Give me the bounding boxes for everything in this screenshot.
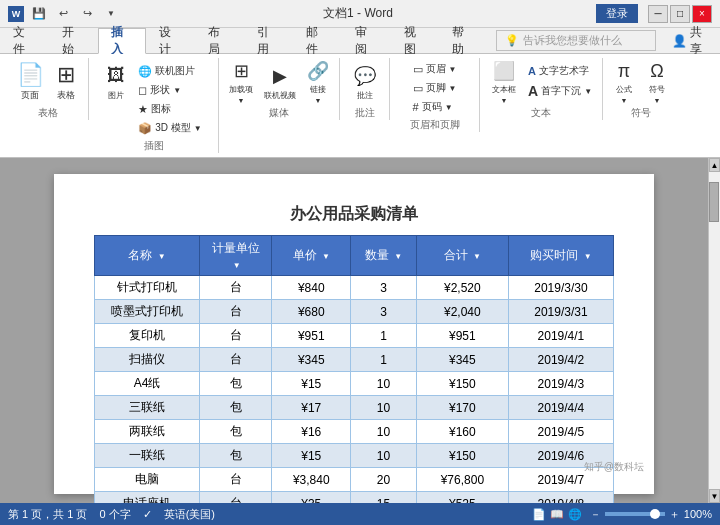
sort-arrow-unit: ▼ (233, 261, 241, 270)
share-label: 共享 (690, 24, 712, 58)
read-mode-icon[interactable]: 📖 (550, 508, 564, 521)
minimize-button[interactable]: ─ (648, 5, 668, 23)
web-layout-icon[interactable]: 🌐 (568, 508, 582, 521)
tab-home[interactable]: 开始 (49, 28, 98, 54)
online-video-button[interactable]: ▶ 联机视频 (260, 60, 300, 104)
undo-quick-icon[interactable]: ↩ (54, 5, 72, 23)
comment-button[interactable]: 💬 批注 (347, 60, 383, 104)
redo-quick-icon[interactable]: ↪ (78, 5, 96, 23)
table-cell: 复印机 (95, 324, 200, 348)
table-cell: ¥160 (416, 420, 508, 444)
page-icon: 📄 (18, 63, 42, 87)
shape-icon: ◻ (138, 84, 147, 97)
table-cell: 10 (351, 420, 417, 444)
equation-button[interactable]: π 公式 ▼ (609, 60, 639, 104)
scroll-up-button[interactable]: ▲ (709, 158, 720, 172)
tab-file[interactable]: 文件 (0, 28, 49, 54)
3d-model-button[interactable]: 📦 3D 模型 ▼ (134, 119, 205, 137)
sort-arrow-qty: ▼ (394, 252, 402, 261)
picture-button[interactable]: 🖼 图片 (101, 60, 131, 104)
addin-button[interactable]: ⊞ 加载项 ▼ (225, 60, 257, 104)
word-app-icon: W (8, 6, 24, 22)
icon-button[interactable]: ★ 图标 (134, 100, 205, 118)
table-cell: 2019/4/3 (508, 372, 613, 396)
text-group-label: 文本 (531, 104, 551, 120)
table-cell: 台 (200, 276, 272, 300)
table-cell: 台 (200, 324, 272, 348)
table-cell: 包 (200, 420, 272, 444)
zoom-out-button[interactable]: － (590, 507, 601, 522)
tab-help[interactable]: 帮助 (439, 28, 488, 54)
wordart-icon: A (528, 65, 536, 77)
footer-button[interactable]: ▭ 页脚 ▼ (409, 79, 461, 97)
tab-layout[interactable]: 布局 (195, 28, 244, 54)
table-cell: ¥345 (416, 348, 508, 372)
pages-button[interactable]: 📄 页面 (14, 60, 46, 104)
table-cell: 2019/4/4 (508, 396, 613, 420)
table-cell: 电话座机 (95, 492, 200, 504)
media-group-label: 媒体 (269, 104, 289, 120)
watermark: 知乎@数科坛 (584, 460, 644, 474)
table-cell: ¥3,840 (272, 468, 351, 492)
tab-references[interactable]: 引用 (244, 28, 293, 54)
window-title: 文档1 - Word (323, 5, 393, 22)
online-picture-icon: 🌐 (138, 65, 152, 78)
symbol-icon: Ω (645, 61, 669, 82)
table-row: 复印机台¥9511¥9512019/4/1 (95, 324, 614, 348)
share-button[interactable]: 👤 共享 (664, 28, 720, 53)
zoom-slider[interactable] (605, 512, 665, 516)
ribbon-group-comments: 💬 批注 批注 (340, 58, 390, 120)
customize-quick-icon[interactable]: ▼ (102, 5, 120, 23)
tell-me-area: 💡 告诉我您想要做什么 (488, 28, 664, 53)
tab-design[interactable]: 设计 (146, 28, 195, 54)
table-cell: 一联纸 (95, 444, 200, 468)
shape-button[interactable]: ◻ 形状 ▼ (134, 81, 205, 99)
dropcap-button[interactable]: A 首字下沉 ▼ (524, 81, 596, 101)
online-picture-button[interactable]: 🌐 联机图片 (134, 62, 205, 80)
table-cell: 1 (351, 348, 417, 372)
print-layout-icon[interactable]: 📄 (532, 508, 546, 521)
link-button[interactable]: 🔗 链接 ▼ (303, 60, 333, 104)
scroll-thumb[interactable] (709, 182, 719, 222)
maximize-button[interactable]: □ (670, 5, 690, 23)
table-cell: 20 (351, 468, 417, 492)
table-cell: 2019/4/1 (508, 324, 613, 348)
tab-insert[interactable]: 插入 (98, 28, 147, 54)
picture-icon: 🖼 (104, 64, 128, 88)
ribbon-group-header-footer: ▭ 页眉 ▼ ▭ 页脚 ▼ # 页码 ▼ 页眉和页脚 (390, 58, 480, 132)
table-cell: 10 (351, 444, 417, 468)
table-cell: ¥951 (416, 324, 508, 348)
view-controls: 📄 📖 🌐 (532, 508, 582, 521)
table-cell: 2019/3/31 (508, 300, 613, 324)
table-label: 表格 (57, 89, 75, 102)
header-name: 名称 ▼ (95, 236, 200, 276)
scroll-down-button[interactable]: ▼ (709, 489, 720, 503)
table-button[interactable]: ⊞ 表格 (50, 60, 82, 104)
tab-review[interactable]: 审阅 (342, 28, 391, 54)
header-button[interactable]: ▭ 页眉 ▼ (409, 60, 461, 78)
ribbon-group-text: ⬜ 文本框 ▼ A 文字艺术字 A 首字下沉 ▼ 文本 (480, 58, 603, 120)
comments-group-label: 批注 (355, 104, 375, 120)
table-cell: 台 (200, 492, 272, 504)
zoom-in-button[interactable]: ＋ (669, 507, 680, 522)
login-button[interactable]: 登录 (596, 4, 638, 23)
page-number-button[interactable]: # 页码 ▼ (409, 98, 461, 116)
header-total: 合计 ▼ (416, 236, 508, 276)
table-cell: ¥680 (272, 300, 351, 324)
footer-icon: ▭ (413, 82, 423, 95)
scrollbar[interactable]: ▲ ▼ (708, 158, 720, 503)
wordart-button[interactable]: A 文字艺术字 (524, 62, 596, 80)
tab-view[interactable]: 视图 (391, 28, 440, 54)
language: 英语(美国) (164, 507, 215, 522)
tell-me-box[interactable]: 💡 告诉我您想要做什么 (496, 30, 656, 51)
ribbon-group-symbols: π 公式 ▼ Ω 符号 ▼ 符号 (603, 58, 678, 120)
table-cell: 包 (200, 396, 272, 420)
zoom-level: 100% (684, 508, 712, 520)
symbol-button[interactable]: Ω 符号 ▼ (642, 60, 672, 104)
tab-mailings[interactable]: 邮件 (293, 28, 342, 54)
table-cell: ¥150 (416, 372, 508, 396)
close-button[interactable]: × (692, 5, 712, 23)
save-quick-icon[interactable]: 💾 (30, 5, 48, 23)
textbox-button[interactable]: ⬜ 文本框 ▼ (486, 60, 522, 104)
lightbulb-icon: 💡 (505, 34, 519, 47)
